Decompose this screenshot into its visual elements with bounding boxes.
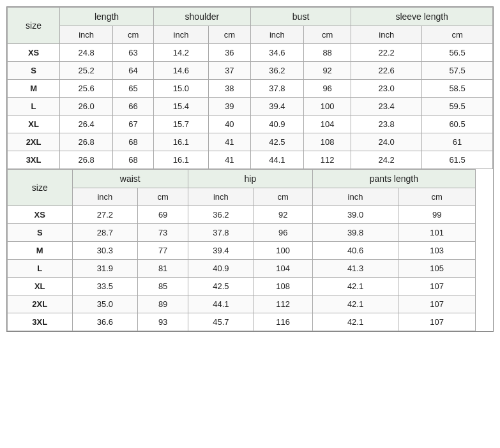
top-subheader-row: inch cm inch cm inch cm inch cm bbox=[8, 26, 493, 44]
bottom-header-row: size waist hip pants length bbox=[8, 170, 493, 188]
data-cell: 66 bbox=[113, 98, 154, 116]
data-cell: 89 bbox=[138, 295, 188, 313]
data-cell: 88 bbox=[303, 44, 351, 62]
data-cell: 107 bbox=[398, 313, 476, 331]
data-cell: 42.5 bbox=[188, 278, 254, 295]
table-row: XL26.46715.74040.910423.860.5 bbox=[8, 116, 493, 133]
data-cell: 39.0 bbox=[312, 206, 398, 224]
table-row: L31.98140.910441.3105 bbox=[8, 260, 493, 278]
data-cell: 104 bbox=[254, 260, 312, 278]
data-cell: 42.5 bbox=[250, 133, 303, 151]
data-cell: 37 bbox=[208, 62, 250, 80]
table-row: XS27.26936.29239.099 bbox=[8, 206, 493, 224]
data-cell: 59.5 bbox=[422, 98, 493, 116]
data-cell: 15.0 bbox=[154, 80, 209, 98]
data-cell: 23.8 bbox=[351, 116, 422, 133]
data-cell: 103 bbox=[398, 242, 476, 260]
data-cell: 44.1 bbox=[250, 151, 303, 169]
empty-filler bbox=[476, 295, 493, 313]
data-cell: 23.0 bbox=[351, 80, 422, 98]
data-cell: 15.4 bbox=[154, 98, 209, 116]
data-cell: 92 bbox=[254, 206, 312, 224]
data-cell: 63 bbox=[113, 44, 154, 62]
data-cell: 26.4 bbox=[60, 116, 113, 133]
data-cell: 28.7 bbox=[72, 224, 138, 242]
data-cell: 34.6 bbox=[250, 44, 303, 62]
data-cell: 26.0 bbox=[60, 98, 113, 116]
size-cell: 3XL bbox=[8, 313, 73, 331]
data-cell: 39.4 bbox=[188, 242, 254, 260]
data-cell: 36 bbox=[208, 44, 250, 62]
waist-header: waist bbox=[72, 170, 188, 188]
size-cell: M bbox=[8, 242, 73, 260]
data-cell: 37.8 bbox=[250, 80, 303, 98]
data-cell: 67 bbox=[113, 116, 154, 133]
data-cell: 36.2 bbox=[188, 206, 254, 224]
data-cell: 105 bbox=[398, 260, 476, 278]
data-cell: 61.5 bbox=[422, 151, 493, 169]
data-cell: 40.6 bbox=[312, 242, 398, 260]
bottom-size-table: size waist hip pants length inch cm inch… bbox=[7, 169, 493, 331]
size-header2: size bbox=[8, 170, 73, 206]
data-cell: 27.2 bbox=[72, 206, 138, 224]
empty-filler bbox=[476, 224, 493, 242]
size-cell: XL bbox=[8, 278, 73, 295]
data-cell: 68 bbox=[113, 151, 154, 169]
table-row: S25.26414.63736.29222.657.5 bbox=[8, 62, 493, 80]
data-cell: 25.2 bbox=[60, 62, 113, 80]
data-cell: 65 bbox=[113, 80, 154, 98]
waist-inch-header: inch bbox=[72, 188, 138, 206]
empty-filler bbox=[476, 313, 493, 331]
data-cell: 41.3 bbox=[312, 260, 398, 278]
empty-cell bbox=[476, 170, 493, 188]
data-cell: 38 bbox=[208, 80, 250, 98]
data-cell: 101 bbox=[398, 224, 476, 242]
table-row: M25.66515.03837.89623.058.5 bbox=[8, 80, 493, 98]
data-cell: 41 bbox=[208, 133, 250, 151]
data-cell: 40 bbox=[208, 116, 250, 133]
data-cell: 58.5 bbox=[422, 80, 493, 98]
bottom-subheader-row: inch cm inch cm inch cm bbox=[8, 188, 493, 206]
top-header-row: size length shoulder bust sleeve length bbox=[8, 8, 493, 26]
data-cell: 107 bbox=[398, 278, 476, 295]
data-cell: 14.6 bbox=[154, 62, 209, 80]
data-cell: 36.6 bbox=[72, 313, 138, 331]
bust-cm-header: cm bbox=[303, 26, 351, 44]
hip-cm-header: cm bbox=[254, 188, 312, 206]
data-cell: 15.7 bbox=[154, 116, 209, 133]
data-cell: 22.6 bbox=[351, 62, 422, 80]
data-cell: 33.5 bbox=[72, 278, 138, 295]
data-cell: 45.7 bbox=[188, 313, 254, 331]
data-cell: 104 bbox=[303, 116, 351, 133]
data-cell: 107 bbox=[398, 295, 476, 313]
bust-header: bust bbox=[250, 8, 351, 26]
data-cell: 73 bbox=[138, 224, 188, 242]
data-cell: 108 bbox=[254, 278, 312, 295]
data-cell: 77 bbox=[138, 242, 188, 260]
data-cell: 92 bbox=[303, 62, 351, 80]
data-cell: 35.0 bbox=[72, 295, 138, 313]
length-header: length bbox=[60, 8, 154, 26]
size-cell: XS bbox=[8, 44, 60, 62]
empty-filler bbox=[476, 206, 493, 224]
table-row: S28.77337.89639.8101 bbox=[8, 224, 493, 242]
data-cell: 108 bbox=[303, 133, 351, 151]
size-cell: L bbox=[8, 98, 60, 116]
data-cell: 99 bbox=[398, 206, 476, 224]
waist-cm-header: cm bbox=[138, 188, 188, 206]
data-cell: 36.2 bbox=[250, 62, 303, 80]
size-header: size bbox=[8, 8, 60, 44]
data-cell: 116 bbox=[254, 313, 312, 331]
data-cell: 24.8 bbox=[60, 44, 113, 62]
size-cell: 3XL bbox=[8, 151, 60, 169]
table-row: XL33.58542.510842.1107 bbox=[8, 278, 493, 295]
data-cell: 16.1 bbox=[154, 133, 209, 151]
size-cell: S bbox=[8, 224, 73, 242]
size-cell: L bbox=[8, 260, 73, 278]
data-cell: 96 bbox=[303, 80, 351, 98]
size-cell: M bbox=[8, 80, 60, 98]
data-cell: 68 bbox=[113, 133, 154, 151]
data-cell: 69 bbox=[138, 206, 188, 224]
table-row: L26.06615.43939.410023.459.5 bbox=[8, 98, 493, 116]
empty-filler bbox=[476, 242, 493, 260]
